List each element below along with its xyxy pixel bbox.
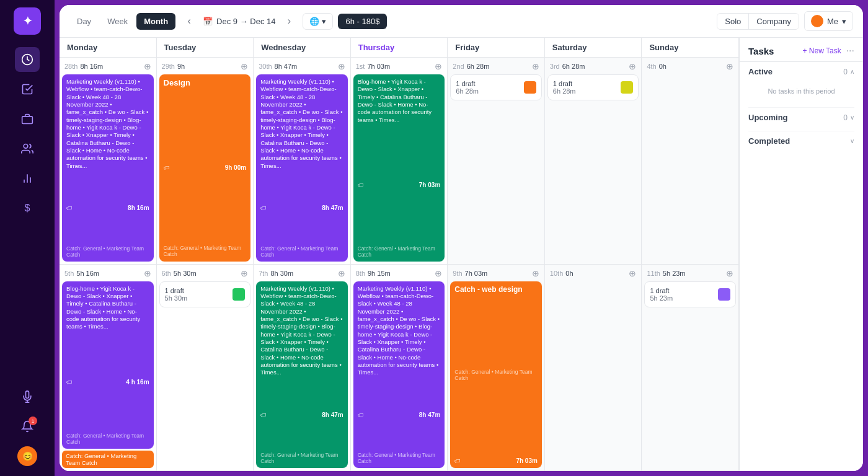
day-28-num: 28th (64, 63, 78, 70)
event-8-1-text: Marketing Weekly (v1.110) • Webflow • te… (358, 285, 441, 377)
day-3-num: 3rd (550, 63, 560, 70)
sidebar-item-mic[interactable] (15, 384, 40, 409)
event-9-1-footer: 🏷 7h 03m (454, 457, 538, 464)
event-card-1-1[interactable]: Blog-home • Yigit Koca k - Dewo - Slack … (353, 74, 445, 262)
event-card-8-1[interactable]: Marketing Weekly (v1.110) • Webflow • te… (353, 281, 445, 469)
sidebar-item-bell[interactable]: 1 (15, 414, 40, 439)
event-card-5-1[interactable]: Blog-home • Yigit Koca k - Dewo - Slack … (62, 281, 154, 449)
day-5-settings-icon[interactable]: ⊕ (144, 268, 151, 278)
day-7-settings-icon[interactable]: ⊕ (338, 268, 345, 278)
day-1-header: 1st 7h 03m ⊕ (353, 60, 445, 73)
next-nav-button[interactable]: › (280, 12, 298, 30)
draft-3-label: 1 draft (553, 80, 576, 87)
event-7-1-sublabel: Catch: General • Marketing Team Catch (260, 452, 343, 464)
upcoming-section-count: 0 ∨ (843, 113, 854, 122)
day-cell-30: 30th 8h 47m ⊕ Marketing Weekly (v1.110) … (254, 58, 351, 265)
task-section-active: Active 0 ∧ No tasks in this period (740, 62, 863, 107)
event-30-1-text: Marketing Weekly (v1.110) • Webflow • te… (260, 78, 343, 170)
calendar-icon: 📅 (203, 17, 213, 26)
solo-button[interactable]: Solo (717, 14, 749, 29)
draft-6-label: 1 draft (165, 287, 188, 294)
event-5-2-text: Catch: General • Marketing Team Catch (66, 452, 136, 466)
sidebar-item-clock[interactable] (15, 47, 40, 72)
sidebar-item-people[interactable] (15, 136, 40, 161)
event-card-29-1[interactable]: Design 🏷 9h 00m Catch: General • Marketi… (159, 74, 251, 262)
day-2-settings-icon[interactable]: ⊕ (532, 61, 539, 71)
day-11-settings-icon[interactable]: ⊕ (726, 268, 733, 278)
upcoming-section-title: Upcoming (748, 113, 788, 122)
sidebar-item-tasks[interactable] (15, 77, 40, 102)
calendar: Monday Tuesday Wednesday Thursday Friday… (60, 38, 739, 471)
me-dropdown-button[interactable]: Me ▾ (804, 11, 853, 31)
event-card-28-1[interactable]: Marketing Weekly (v1.110) • Webflow • te… (62, 74, 154, 262)
day-6-header: 6th 5h 30m ⊕ (159, 267, 251, 280)
view-tabs: Day Week Month (69, 13, 175, 30)
day-cell-2: 2nd 6h 28m ⊕ 1 draft 6h 28m (448, 58, 545, 265)
sidebar-item-charts[interactable] (15, 166, 40, 191)
active-section-header[interactable]: Active 0 ∧ (748, 67, 854, 76)
company-button[interactable]: Company (749, 14, 799, 29)
day-cell-9: 9th 7h 03m ⊕ Catch - web design Catch: G… (448, 265, 545, 472)
draft-card-3[interactable]: 1 draft 6h 28m (547, 74, 639, 100)
new-task-button[interactable]: + New Task (803, 46, 841, 55)
completed-chevron-icon: ∨ (850, 138, 854, 144)
day-29-settings-icon[interactable]: ⊕ (241, 61, 248, 71)
logo-icon: ✦ (23, 14, 32, 28)
event-29-1-footer: 🏷 9h 00m (164, 164, 247, 171)
event-card-9-1[interactable]: Catch - web design Catch: General • Mark… (450, 281, 542, 469)
upcoming-section-header[interactable]: Upcoming 0 ∨ (748, 113, 854, 122)
event-9-1-title: Catch - web design (454, 285, 538, 295)
globe-filter-button[interactable]: 🌐 ▾ (303, 13, 333, 30)
svg-point-2 (24, 144, 28, 149)
sidebar-item-billing[interactable]: $ (15, 196, 40, 221)
day-10-num: 10th (550, 270, 563, 277)
day-cell-10: 10th 0h ⊕ (545, 265, 642, 472)
draft-card-6[interactable]: 1 draft 5h 30m (159, 281, 251, 307)
sidebar-item-briefcase[interactable] (15, 107, 40, 131)
day-9-time: 7h 03m (465, 270, 488, 277)
day-3-settings-icon[interactable]: ⊕ (629, 61, 636, 71)
day-10-header: 10th 0h ⊕ (547, 267, 639, 280)
draft-card-11[interactable]: 1 draft 5h 23m (644, 281, 736, 307)
day-6-settings-icon[interactable]: ⊕ (241, 268, 248, 278)
draft-6-info: 1 draft 5h 30m (165, 287, 188, 302)
event-7-1-footer: 🏷 8h 47m (260, 412, 343, 418)
prev-nav-button[interactable]: ‹ (180, 12, 198, 30)
event-card-30-1[interactable]: Marketing Weekly (v1.110) • Webflow • te… (256, 74, 348, 262)
tasks-actions: + New Task ··· (803, 45, 854, 56)
completed-section-header[interactable]: Completed ∨ (748, 136, 854, 146)
day-cell-4: 4th 0h ⊕ (642, 58, 739, 265)
time-filter-button[interactable]: 6h - 180$ (338, 14, 387, 29)
tab-week[interactable]: Week (100, 13, 135, 30)
day-header-wednesday: Wednesday (254, 38, 351, 57)
event-30-1-footer: 🏷 8h 47m (260, 205, 343, 211)
draft-card-2[interactable]: 1 draft 6h 28m (450, 74, 542, 100)
day-8-settings-icon[interactable]: ⊕ (435, 268, 442, 278)
main-area: Day Week Month ‹ 📅 Dec 9 → Dec 14 › 🌐 ▾ … (60, 5, 863, 471)
me-chevron-icon: ▾ (842, 17, 846, 26)
tab-day[interactable]: Day (69, 13, 99, 30)
event-9-1-duration: 7h 03m (516, 457, 537, 464)
event-28-1-label: 🏷 (66, 205, 73, 211)
event-28-1-footer: 🏷 8h 16m (66, 205, 149, 211)
day-8-time: 9h 15m (368, 270, 391, 277)
event-card-7-1[interactable]: Marketing Weekly (v1.110) • Webflow • te… (256, 281, 348, 469)
globe-dropdown-icon: ▾ (322, 17, 326, 26)
tab-month[interactable]: Month (136, 13, 175, 30)
sidebar-item-avatar[interactable]: 😊 (15, 444, 40, 469)
event-28-1-sublabel: Catch: General • Marketing Team Catch (66, 245, 149, 258)
day-4-settings-icon[interactable]: ⊕ (726, 61, 733, 71)
day-4-time: 0h (659, 63, 666, 70)
tasks-more-button[interactable]: ··· (846, 45, 854, 56)
day-10-settings-icon[interactable]: ⊕ (629, 268, 636, 278)
event-card-5-2[interactable]: Catch: General • Marketing Team Catch (62, 451, 154, 468)
draft-11-dot (718, 288, 730, 301)
day-30-num: 30th (259, 63, 272, 70)
logo-button[interactable]: ✦ (14, 7, 41, 35)
day-1-time: 7h 03m (367, 63, 390, 70)
day-9-settings-icon[interactable]: ⊕ (532, 268, 539, 278)
day-28-settings-icon[interactable]: ⊕ (144, 61, 151, 71)
day-1-settings-icon[interactable]: ⊕ (435, 61, 442, 71)
me-avatar (811, 15, 823, 27)
day-30-settings-icon[interactable]: ⊕ (338, 61, 345, 71)
